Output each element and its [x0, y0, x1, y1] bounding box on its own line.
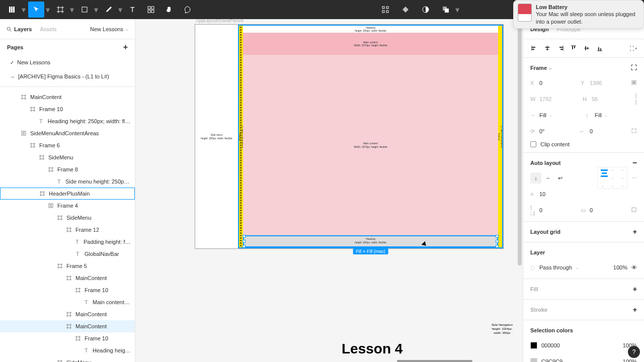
chevron-down-icon[interactable]: ▾ — [455, 5, 460, 15]
align-bottom-button[interactable] — [594, 42, 606, 54]
independent-corners-icon[interactable] — [631, 128, 637, 135]
layer-row[interactable]: MainContent — [0, 91, 135, 103]
comment-tool[interactable] — [179, 2, 195, 18]
align-right-button[interactable] — [554, 42, 567, 54]
layer-row[interactable]: MainContent — [0, 308, 135, 320]
selection-handle[interactable] — [243, 240, 246, 243]
pen-tool[interactable] — [101, 2, 117, 18]
layer-row[interactable]: TMain content Widt... — [0, 296, 135, 308]
remove-autolayout-button[interactable]: − — [632, 158, 637, 167]
layer-row[interactable]: Frame 5 — [0, 260, 135, 272]
resize-h-select[interactable]: Fill — [539, 112, 546, 118]
layer-row[interactable]: SideMenu — [0, 151, 135, 163]
layer-row[interactable]: SideMenu — [0, 212, 135, 224]
selection-handle[interactable] — [496, 245, 499, 248]
main-content-2[interactable]: Main contentWidth: 1073px; height: flexi… — [243, 55, 498, 235]
assets-tab[interactable]: Assets — [40, 26, 56, 32]
ruler-icon[interactable] — [377, 2, 393, 18]
rotation-input[interactable]: 0° — [539, 128, 545, 134]
shape-tool[interactable] — [76, 2, 93, 18]
selection-handle[interactable] — [496, 235, 499, 238]
bottom-selected-frame[interactable]: Headingheight: 250px; width: flexible Fi… — [243, 235, 498, 247]
align-top-button[interactable] — [568, 42, 580, 54]
layer-row[interactable]: TSide menu height: 250px; width... — [0, 175, 135, 188]
color-hex[interactable]: C9C9C9 — [541, 358, 562, 362]
frame-label[interactable]: AppLayoutGrandParent — [196, 19, 244, 23]
lock-aspect-icon[interactable]: ⟩⟨ — [635, 93, 637, 106]
corner-input[interactable]: 0 — [590, 128, 593, 134]
text-tool[interactable]: T — [125, 2, 141, 18]
chevron-down-icon[interactable]: ▾ — [118, 5, 123, 15]
w-input[interactable]: 1782 — [539, 96, 551, 102]
distribute-button[interactable]: ▾ — [627, 42, 639, 54]
layer-row[interactable]: HeaderPlusMain — [0, 188, 135, 200]
layer-row[interactable]: THeading height: 250px; width: flexible — [0, 115, 135, 127]
header-plus-main-frame[interactable]: Paddingheight: flexible; width: 10 Paddi… — [238, 25, 503, 248]
layers-tree[interactable]: MainContentFrame 10THeading height: 250p… — [0, 87, 135, 362]
direction-vertical-button[interactable]: ↓ — [530, 172, 541, 184]
chevron-down-icon[interactable]: ▾ — [45, 5, 50, 15]
layer-row[interactable]: Frame 6 — [0, 139, 135, 151]
x-input[interactable]: 0 — [539, 80, 542, 86]
layer-row[interactable]: Frame 12 — [0, 224, 135, 236]
resize-v-select[interactable]: Fill — [595, 112, 602, 118]
selection-handle[interactable] — [496, 240, 499, 243]
visibility-icon[interactable]: 👁 — [631, 264, 637, 270]
layer-row[interactable]: MainContent — [0, 320, 135, 332]
frame-tool[interactable] — [52, 2, 68, 18]
pad-h-input[interactable]: 0 — [539, 207, 542, 213]
absolute-position-icon[interactable] — [631, 79, 637, 86]
gap-input[interactable]: 10 — [539, 191, 545, 197]
layer-row[interactable]: Frame 10 — [0, 332, 135, 344]
layer-row[interactable]: MainContent — [0, 272, 135, 284]
more-options-icon[interactable]: ⋯ — [631, 175, 637, 182]
mask-icon[interactable] — [418, 2, 434, 18]
align-hcenter-button[interactable] — [541, 42, 553, 54]
color-swatch[interactable] — [530, 358, 537, 362]
align-vcenter-button[interactable] — [581, 42, 593, 54]
align-left-button[interactable] — [528, 42, 540, 54]
clip-content-checkbox[interactable] — [530, 141, 536, 147]
chevron-down-icon[interactable]: ⌵ — [549, 65, 551, 70]
chevron-down-icon[interactable]: ⌵ — [576, 265, 579, 270]
main-menu-button[interactable] — [4, 2, 20, 18]
chevron-down-icon[interactable]: ▾ — [69, 5, 74, 15]
resize-to-fit-icon[interactable] — [631, 64, 637, 71]
direction-horizontal-button[interactable]: → — [542, 172, 553, 184]
direction-wrap-button[interactable]: ↩ — [554, 172, 566, 184]
layers-tab[interactable]: Layers — [6, 26, 32, 32]
blend-mode-select[interactable]: Pass through — [539, 264, 572, 270]
layer-row[interactable]: Frame 10 — [0, 103, 135, 115]
boolean-icon[interactable] — [438, 2, 454, 18]
main-content-1[interactable]: Main contentWidth: 1073px; height: flexi… — [243, 33, 498, 55]
hand-tool[interactable] — [161, 2, 177, 18]
add-stroke-button[interactable]: + — [633, 306, 637, 314]
resources-tool[interactable] — [143, 2, 159, 18]
add-fill-button[interactable]: + — [633, 285, 637, 293]
pad-v-input[interactable]: 0 — [590, 207, 593, 213]
side-menu-area[interactable]: Side menuheight: 250px; width: flexible — [195, 25, 238, 248]
opacity-input[interactable]: 100% — [613, 264, 627, 270]
chevron-down-icon[interactable]: ▾ — [94, 5, 99, 15]
selection-handle[interactable] — [243, 235, 246, 238]
page-item-new-lessons[interactable]: New Lessons — [0, 55, 135, 69]
layer-row[interactable]: Frame 8 — [0, 163, 135, 175]
page-item-archive[interactable]: → [ARCHIVE] Figma Basics - (L1 to L#) — [0, 69, 135, 83]
alignment-grid[interactable] — [597, 167, 627, 189]
layer-row[interactable]: Frame 4 — [0, 200, 135, 212]
low-battery-notification[interactable]: Low Battery Your Mac will sleep soon unl… — [513, 0, 644, 29]
file-name[interactable]: New Lessons ⌵ — [90, 26, 129, 32]
y-input[interactable]: 1386 — [590, 80, 602, 86]
frame-title[interactable]: Frame — [530, 65, 547, 71]
layer-row[interactable]: SideMenu — [0, 356, 135, 362]
color-swatch[interactable] — [530, 342, 537, 349]
help-button[interactable]: ? — [628, 346, 640, 358]
layer-row[interactable]: TGlobalNavBar — [0, 248, 135, 260]
scrollbar-horizontal[interactable] — [135, 360, 523, 362]
color-hex[interactable]: 000000 — [541, 342, 560, 348]
layer-row[interactable]: THeading height: 2... — [0, 344, 135, 356]
add-grid-button[interactable]: + — [633, 228, 637, 236]
color-opacity[interactable]: 100% — [623, 358, 637, 362]
layer-row[interactable]: SideMenuAndContentAreas — [0, 127, 135, 139]
move-tool[interactable] — [28, 2, 44, 18]
